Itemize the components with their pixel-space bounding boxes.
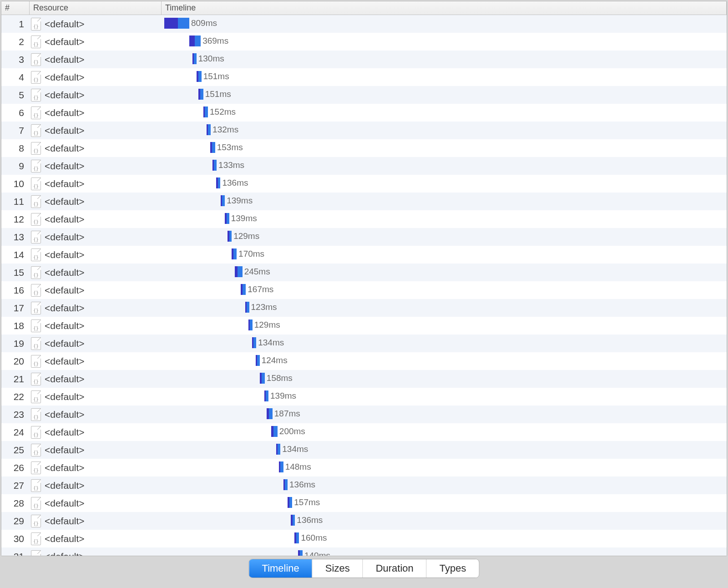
timeline-bar[interactable]: 132ms xyxy=(207,124,238,135)
timeline-bar[interactable]: 151ms xyxy=(198,89,231,100)
timeline-bar-receiving xyxy=(300,550,303,556)
table-row[interactable]: 29<default>136ms xyxy=(1,512,727,530)
timeline-bar-receiving xyxy=(212,142,215,153)
timeline-bar[interactable]: 123ms xyxy=(245,302,277,313)
timeline-bar[interactable]: 129ms xyxy=(248,319,280,330)
resource-name: <default> xyxy=(45,90,85,101)
row-index: 28 xyxy=(1,498,30,509)
timeline-bar[interactable]: 140ms xyxy=(298,550,330,556)
timeline-bar[interactable]: 136ms xyxy=(283,479,315,490)
timeline-bar[interactable]: 170ms xyxy=(232,248,265,259)
row-index: 3 xyxy=(1,54,30,65)
table-row[interactable]: 17<default>123ms xyxy=(1,299,727,317)
table-row[interactable]: 31<default>140ms xyxy=(1,547,727,556)
timeline-bar-receiving xyxy=(205,106,208,117)
timeline-bar[interactable]: 369ms xyxy=(189,35,228,46)
timeline-bar[interactable]: 153ms xyxy=(210,142,243,153)
table-row[interactable]: 14<default>170ms xyxy=(1,246,727,264)
resource-name: <default> xyxy=(45,356,85,367)
table-row[interactable]: 6<default>152ms xyxy=(1,104,727,122)
timeline-rows-scroll[interactable]: 1<default>809ms2<default>369ms3<default>… xyxy=(1,15,727,556)
table-row[interactable]: 9<default>133ms xyxy=(1,157,727,175)
table-row[interactable]: 13<default>129ms xyxy=(1,228,727,246)
timeline-bar[interactable]: 152ms xyxy=(203,106,236,117)
row-resource: <default> xyxy=(30,89,162,101)
table-row[interactable]: 22<default>139ms xyxy=(1,388,727,406)
timeline-bar[interactable]: 151ms xyxy=(197,71,229,82)
table-row[interactable]: 4<default>151ms xyxy=(1,68,727,86)
column-header-resource[interactable]: Resource xyxy=(30,1,162,15)
timeline-bar[interactable]: 809ms xyxy=(164,18,217,29)
column-headers: # Resource Timeline xyxy=(1,1,727,15)
row-resource: <default> xyxy=(30,18,162,30)
timeline-bar[interactable]: 200ms xyxy=(271,426,305,437)
table-row[interactable]: 25<default>134ms xyxy=(1,441,727,459)
table-row[interactable]: 19<default>134ms xyxy=(1,335,727,352)
table-row[interactable]: 21<default>158ms xyxy=(1,370,727,388)
row-index: 17 xyxy=(1,303,30,314)
timeline-bar-label: 134ms xyxy=(282,444,308,454)
table-row[interactable]: 8<default>153ms xyxy=(1,139,727,157)
column-header-index[interactable]: # xyxy=(1,1,30,15)
table-row[interactable]: 24<default>200ms xyxy=(1,423,727,441)
timeline-bar-label: 157ms xyxy=(294,497,320,507)
table-row[interactable]: 18<default>129ms xyxy=(1,317,727,335)
table-row[interactable]: 27<default>136ms xyxy=(1,476,727,494)
table-row[interactable]: 12<default>139ms xyxy=(1,210,727,228)
timeline-bar[interactable]: 167ms xyxy=(241,284,273,295)
timeline-bar[interactable]: 245ms xyxy=(235,266,270,277)
timeline-bar[interactable]: 148ms xyxy=(279,461,311,472)
tab-duration[interactable]: Duration xyxy=(363,559,427,578)
resource-name: <default> xyxy=(45,107,85,118)
row-timeline-cell: 152ms xyxy=(162,104,727,122)
row-index: 18 xyxy=(1,320,30,331)
timeline-bar[interactable]: 130ms xyxy=(192,53,224,64)
timeline-bar[interactable]: 124ms xyxy=(256,355,287,366)
table-row[interactable]: 28<default>157ms xyxy=(1,494,727,512)
timeline-bar[interactable]: 133ms xyxy=(212,160,244,171)
timeline-bar[interactable]: 157ms xyxy=(288,497,320,508)
row-timeline-cell: 136ms xyxy=(162,175,727,193)
table-row[interactable]: 2<default>369ms xyxy=(1,33,727,51)
timeline-bar[interactable]: 134ms xyxy=(276,444,308,455)
tab-sizes[interactable]: Sizes xyxy=(313,559,363,578)
table-row[interactable]: 3<default>130ms xyxy=(1,51,727,68)
timeline-bar-receiving xyxy=(273,426,278,437)
row-timeline-cell: 245ms xyxy=(162,264,727,281)
timeline-bar[interactable]: 139ms xyxy=(225,213,257,224)
row-resource: <default> xyxy=(30,266,162,279)
table-row[interactable]: 7<default>132ms xyxy=(1,122,727,139)
table-row[interactable]: 10<default>136ms xyxy=(1,175,727,193)
table-row[interactable]: 23<default>187ms xyxy=(1,406,727,423)
tab-types[interactable]: Types xyxy=(427,559,479,578)
table-row[interactable]: 26<default>148ms xyxy=(1,459,727,476)
timeline-bar-receiving xyxy=(233,248,237,259)
timeline-bar[interactable]: 158ms xyxy=(260,373,293,384)
timeline-bar-receiving xyxy=(296,532,299,543)
tab-timeline[interactable]: Timeline xyxy=(249,559,313,578)
table-row[interactable]: 5<default>151ms xyxy=(1,86,727,104)
timeline-bar[interactable]: 187ms xyxy=(267,408,300,419)
timeline-bar[interactable]: 129ms xyxy=(228,231,259,242)
timeline-bar[interactable]: 139ms xyxy=(264,390,296,401)
row-timeline-cell: 136ms xyxy=(162,512,727,530)
timeline-bar-receiving xyxy=(253,337,256,348)
row-timeline-cell: 158ms xyxy=(162,370,727,388)
timeline-bar[interactable]: 136ms xyxy=(216,177,248,188)
timeline-bar-receiving xyxy=(243,284,246,295)
table-row[interactable]: 30<default>160ms xyxy=(1,530,727,547)
row-resource: <default> xyxy=(30,231,162,243)
timeline-bar[interactable]: 134ms xyxy=(252,337,284,348)
table-row[interactable]: 1<default>809ms xyxy=(1,15,727,33)
timeline-bar[interactable]: 139ms xyxy=(221,195,253,206)
table-row[interactable]: 20<default>124ms xyxy=(1,352,727,370)
table-row[interactable]: 15<default>245ms xyxy=(1,264,727,281)
table-row[interactable]: 16<default>167ms xyxy=(1,281,727,299)
timeline-bar[interactable]: 136ms xyxy=(291,515,323,526)
row-timeline-cell: 134ms xyxy=(162,441,727,459)
timeline-bar-label: 200ms xyxy=(279,426,305,436)
table-row[interactable]: 11<default>139ms xyxy=(1,193,727,210)
timeline-bar[interactable]: 160ms xyxy=(294,532,327,543)
column-header-timeline[interactable]: Timeline xyxy=(162,1,727,15)
row-resource: <default> xyxy=(30,160,162,172)
